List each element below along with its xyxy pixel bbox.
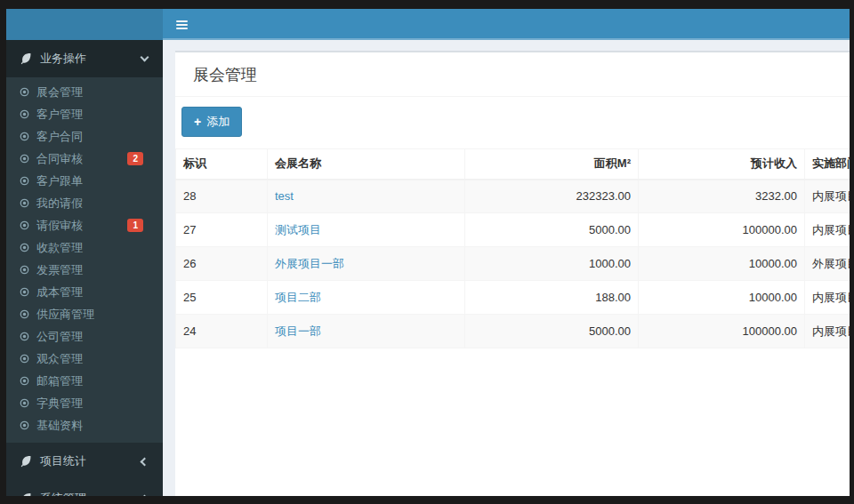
chevron-left-icon	[141, 457, 149, 466]
sidebar-item-label: 合同审核	[36, 152, 83, 165]
add-button[interactable]: + 添加	[181, 107, 242, 137]
sidebar-item[interactable]: 公司管理	[6, 325, 163, 348]
cell-income: 100000.00	[639, 213, 805, 247]
sidebar-item[interactable]: 观众管理	[6, 348, 163, 370]
table-body: 28test232323.003232.00内展项目27测试项目5000.001…	[176, 180, 850, 348]
sidebar-item-label: 客户合同	[36, 130, 83, 143]
sidebar-item-label: 收款管理	[36, 241, 83, 254]
sidebar-section-label: 业务操作	[40, 51, 86, 67]
cell-area: 5000.00	[465, 213, 639, 247]
cell-income: 100000.00	[639, 315, 805, 348]
column-header: 会展名称	[268, 149, 465, 180]
leaf-icon	[20, 455, 32, 468]
sidebar: 业务操作展会管理客户管理客户合同合同审核2客户跟单我的请假请假审核1收款管理发票…	[6, 40, 163, 496]
sidebar-item-label: 观众管理	[36, 352, 83, 365]
sidebar-item-label: 客户跟单	[36, 174, 83, 188]
sidebar-section-label: 项目统计	[40, 453, 86, 469]
screenshot-frame: 业务操作展会管理客户管理客户合同合同审核2客户跟单我的请假请假审核1收款管理发票…	[0, 0, 854, 504]
sidebar-section-header[interactable]: 系统管理	[6, 480, 163, 496]
sidebar-item[interactable]: 收款管理	[6, 236, 163, 259]
sidebar-item[interactable]: 供应商管理	[6, 303, 163, 325]
exhibition-name-link[interactable]: 项目一部	[275, 324, 321, 338]
sidebar-item-label: 字典管理	[36, 396, 83, 410]
exhibition-table: 标识会展名称面积M²预计收入实施部门 28test232323.003232.0…	[175, 148, 850, 348]
sidebar-item[interactable]: 合同审核2	[6, 148, 163, 170]
sidebar-item[interactable]: 客户合同	[6, 125, 163, 148]
exhibition-name-link[interactable]: 测试项目	[275, 223, 321, 236]
dot-circle-icon	[20, 398, 29, 408]
sidebar-section-header[interactable]: 业务操作	[6, 40, 163, 77]
sidebar-item-label: 展会管理	[36, 85, 83, 99]
cell-id: 24	[176, 315, 268, 348]
dot-circle-icon	[20, 154, 29, 164]
sidebar-item[interactable]: 我的请假	[6, 192, 163, 214]
logo-area	[6, 9, 163, 40]
table-row: 27测试项目5000.00100000.00内展项目	[176, 213, 850, 247]
chevron-left-icon	[141, 494, 149, 496]
dot-circle-icon	[20, 176, 29, 186]
sidebar-section: 系统管理	[6, 480, 163, 496]
column-header: 面积M²	[465, 149, 639, 180]
exhibition-name-link[interactable]: 项目二部	[275, 291, 321, 304]
add-button-label: 添加	[206, 114, 230, 130]
sidebar-item[interactable]: 字典管理	[6, 392, 163, 414]
dot-circle-icon	[20, 287, 29, 297]
dot-circle-icon	[20, 354, 29, 364]
dot-circle-icon	[20, 376, 29, 386]
sidebar-item[interactable]: 请假审核1	[6, 214, 163, 236]
cell-name: 外展项目一部	[268, 247, 465, 281]
sidebar-item[interactable]: 客户管理	[6, 103, 163, 125]
top-navbar	[6, 9, 850, 40]
exhibition-name-link[interactable]: 外展项目一部	[275, 257, 344, 270]
chevron-down-icon	[141, 53, 149, 62]
column-header: 实施部门	[805, 149, 850, 180]
table-header-row: 标识会展名称面积M²预计收入实施部门	[176, 149, 850, 180]
cell-income: 10000.00	[639, 247, 805, 281]
sidebar-section-label: 系统管理	[40, 491, 86, 496]
sidebar-section-header[interactable]: 项目统计	[6, 443, 163, 480]
plus-icon: +	[194, 116, 201, 127]
sidebar-item-label: 邮箱管理	[36, 374, 83, 388]
content-box: 展会管理 + 添加 标识会展名称面积M²预计收入实施部门 28test23232…	[175, 51, 850, 496]
cell-name: test	[268, 180, 465, 213]
cell-name: 项目一部	[268, 315, 465, 348]
dot-circle-icon	[20, 87, 29, 97]
dot-circle-icon	[20, 332, 29, 341]
exhibition-name-link[interactable]: test	[275, 189, 294, 203]
dot-circle-icon	[20, 220, 29, 230]
sidebar-section: 项目统计	[6, 443, 163, 480]
cell-id: 28	[176, 180, 268, 213]
hamburger-menu-icon[interactable]	[173, 14, 194, 36]
sidebar-item[interactable]: 发票管理	[6, 259, 163, 281]
dot-circle-icon	[20, 132, 29, 141]
cell-income: 10000.00	[639, 281, 805, 315]
cell-dept: 内展项目	[805, 213, 850, 247]
dot-circle-icon	[20, 420, 29, 430]
dot-circle-icon	[20, 243, 29, 252]
cell-id: 26	[176, 247, 268, 281]
cell-area: 5000.00	[465, 315, 639, 348]
cell-area: 232323.00	[465, 180, 639, 213]
table-row: 28test232323.003232.00内展项目	[176, 180, 850, 213]
sidebar-item[interactable]: 成本管理	[6, 281, 163, 303]
leaf-icon	[20, 52, 32, 65]
app-window: 业务操作展会管理客户管理客户合同合同审核2客户跟单我的请假请假审核1收款管理发票…	[6, 9, 850, 496]
navbar	[163, 9, 850, 40]
page-title: 展会管理	[175, 52, 850, 97]
cell-dept: 内展项目	[805, 281, 850, 315]
sidebar-item-label: 供应商管理	[36, 308, 94, 321]
cell-id: 25	[176, 281, 268, 315]
cell-area: 188.00	[465, 281, 639, 315]
dot-circle-icon	[20, 265, 29, 275]
cell-name: 测试项目	[268, 213, 465, 247]
sidebar-item[interactable]: 展会管理	[6, 81, 163, 103]
sidebar-item[interactable]: 客户跟单	[6, 170, 163, 192]
sidebar-item[interactable]: 基础资料	[6, 414, 163, 436]
column-header: 标识	[176, 149, 268, 180]
dot-circle-icon	[20, 109, 29, 119]
column-header: 预计收入	[639, 149, 805, 180]
sidebar-item-label: 基础资料	[36, 419, 83, 432]
content-area: 展会管理 + 添加 标识会展名称面积M²预计收入实施部门 28test23232…	[163, 40, 850, 496]
cell-id: 27	[176, 213, 268, 247]
sidebar-item[interactable]: 邮箱管理	[6, 370, 163, 392]
